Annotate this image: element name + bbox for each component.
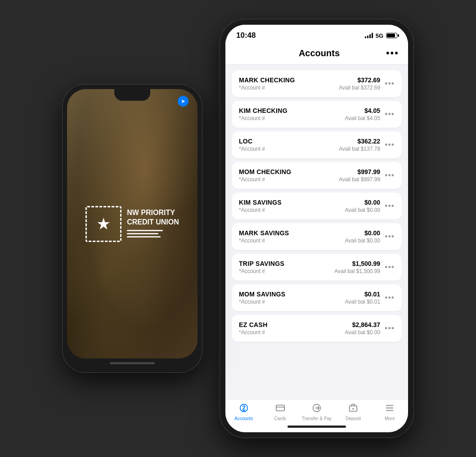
signal-bars — [365, 33, 373, 38]
account-name: LOC — [239, 138, 339, 145]
account-balance: $997.99 — [339, 168, 380, 175]
account-number: *Account # — [239, 146, 339, 152]
account-name: TRIP SAVINGS — [239, 260, 334, 267]
logo-name: NW PRIORITY CREDIT UNION — [127, 208, 179, 227]
account-card[interactable]: MOM CHECKING *Account # $997.99 Avail ba… — [232, 162, 402, 189]
deposit-label: Deposit — [346, 416, 361, 421]
account-menu-button[interactable]: ••• — [385, 79, 395, 89]
account-card[interactable]: MOM SAVINGS *Account # $0.01 Avail bal $… — [232, 284, 402, 311]
battery-icon — [386, 33, 397, 38]
tab-accounts[interactable]: Accounts — [228, 403, 260, 421]
transfer-pay-icon — [312, 403, 322, 415]
home-indicator — [110, 362, 155, 364]
account-avail: Avail bal $0.00 — [345, 207, 381, 213]
network-type: 5G — [376, 32, 383, 39]
status-time: 10:48 — [236, 31, 256, 40]
account-info: EZ Cash *Account # — [239, 321, 345, 336]
account-avail: Avail bal $997.99 — [339, 176, 380, 183]
tab-deposit[interactable]: Deposit — [337, 403, 369, 421]
account-info: LOC *Account # — [239, 138, 339, 152]
account-menu-button[interactable]: ••• — [385, 263, 395, 272]
account-number: *Account # — [239, 115, 345, 121]
account-balance-section: $0.00 Avail bal $0.00 — [345, 229, 381, 244]
account-name: KIM SAVINGS — [239, 199, 345, 206]
more-icon — [385, 403, 395, 415]
account-menu-button[interactable]: ••• — [385, 202, 395, 211]
account-number: *Account # — [239, 237, 345, 244]
account-avail: Avail bal $1,500.99 — [334, 268, 380, 274]
logo-container: NW PRIORITY CREDIT UNION — [76, 206, 188, 242]
account-avail: Avail bal $372.69 — [339, 85, 380, 91]
account-card[interactable]: MARK SAVINGS *Account # $0.00 Avail bal … — [232, 223, 402, 250]
home-indicator-wrapper — [225, 423, 408, 432]
signal-bar-1 — [365, 36, 366, 38]
more-label: More — [385, 416, 395, 421]
location-icon: ➤ — [178, 96, 189, 107]
accounts-label: Accounts — [234, 416, 253, 421]
account-menu-button[interactable]: ••• — [385, 171, 395, 180]
account-avail: Avail bal $0.00 — [345, 329, 381, 336]
cards-icon — [275, 403, 285, 415]
account-menu-button[interactable]: ••• — [385, 293, 395, 303]
more-options-button[interactable]: ••• — [386, 47, 399, 59]
account-name: MOM SAVINGS — [239, 291, 345, 298]
account-balance: $372.69 — [339, 76, 380, 84]
transfer-pay-label: Transfer & Pay — [302, 416, 332, 421]
right-phone: 10:48 5G Accounts ••• — [220, 19, 413, 438]
signal-bar-3 — [369, 34, 371, 38]
account-avail: Avail bal $137.78 — [339, 146, 380, 152]
account-info: KIM CHECKING *Account # — [239, 107, 345, 121]
home-indicator — [287, 426, 346, 428]
account-info: MARK SAVINGS *Account # — [239, 229, 345, 244]
tab-cards[interactable]: Cards — [265, 403, 296, 421]
tab-more[interactable]: More — [374, 403, 405, 421]
accounts-icon — [239, 403, 249, 415]
account-balance: $0.00 — [345, 199, 381, 206]
account-balance: $362.22 — [339, 138, 380, 145]
account-card[interactable]: TRIP SAVINGS *Account # $1,500.99 Avail … — [232, 254, 402, 281]
account-balance-section: $362.22 Avail bal $137.78 — [339, 138, 380, 152]
account-name: MARK SAVINGS — [239, 229, 345, 237]
account-balance-section: $1,500.99 Avail bal $1,500.99 — [334, 260, 380, 274]
nav-header: Accounts ••• — [225, 44, 408, 65]
account-balance: $0.01 — [345, 291, 381, 298]
cards-label: Cards — [274, 416, 286, 421]
account-name: MOM CHECKING — [239, 168, 339, 175]
account-info: MOM CHECKING *Account # — [239, 168, 339, 183]
account-card[interactable]: EZ Cash *Account # $2,864.37 Avail bal $… — [232, 315, 402, 342]
account-name: KIM CHECKING — [239, 107, 345, 114]
account-info: TRIP SAVINGS *Account # — [239, 260, 334, 274]
page-title: Accounts — [252, 48, 386, 58]
account-name: MARK CHECKING — [239, 76, 339, 84]
account-number: *Account # — [239, 329, 345, 336]
accounts-list: MARK CHECKING *Account # $372.69 Avail b… — [225, 65, 408, 399]
account-info: KIM SAVINGS *Account # — [239, 199, 345, 213]
account-menu-button[interactable]: ••• — [385, 110, 395, 119]
account-card[interactable]: KIM CHECKING *Account # $4.05 Avail bal … — [232, 101, 402, 128]
account-balance: $1,500.99 — [334, 260, 380, 267]
account-number: *Account # — [239, 176, 339, 183]
account-balance: $4.05 — [345, 107, 381, 114]
account-card[interactable]: KIM SAVINGS *Account # $0.00 Avail bal $… — [232, 193, 402, 220]
account-card[interactable]: MARK CHECKING *Account # $372.69 Avail b… — [232, 70, 402, 97]
account-info: MOM SAVINGS *Account # — [239, 291, 345, 305]
account-balance: $2,864.37 — [345, 321, 381, 328]
account-balance: $0.00 — [345, 229, 381, 237]
account-balance-section: $0.01 Avail bal $0.01 — [345, 291, 381, 305]
account-avail: Avail bal $4.05 — [345, 115, 381, 121]
account-menu-button[interactable]: ••• — [385, 140, 395, 150]
account-number: *Account # — [239, 85, 339, 91]
account-info: MARK CHECKING *Account # — [239, 76, 339, 91]
account-balance-section: $997.99 Avail bal $997.99 — [339, 168, 380, 183]
left-phone: ➤ NW PRIORITY CREDIT UNION — [63, 85, 202, 372]
deposit-icon — [348, 403, 358, 415]
status-bar: 10:48 5G — [225, 25, 408, 44]
tab-transfer-pay[interactable]: Transfer & Pay — [301, 403, 332, 421]
account-menu-button[interactable]: ••• — [385, 324, 395, 333]
account-menu-button[interactable]: ••• — [385, 232, 395, 242]
tab-bar: Accounts Cards Transfer & Pay Deposit Mo… — [225, 399, 408, 423]
svg-rect-1 — [276, 405, 284, 411]
account-name: EZ Cash — [239, 321, 345, 328]
account-card[interactable]: LOC *Account # $362.22 Avail bal $137.78… — [232, 131, 402, 158]
account-avail: Avail bal $0.00 — [345, 237, 381, 244]
